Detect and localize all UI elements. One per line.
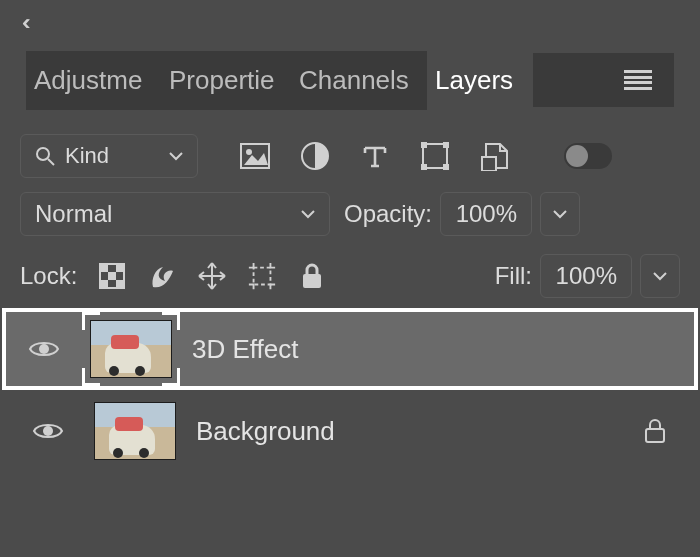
chevron-down-icon (301, 209, 315, 219)
lock-transparent-icon[interactable] (97, 261, 127, 291)
filter-shape-icon[interactable] (418, 139, 452, 173)
svg-point-0 (37, 148, 49, 160)
svg-point-19 (39, 344, 49, 354)
selection-bracket-icon (82, 368, 100, 386)
svg-rect-6 (421, 142, 427, 148)
filter-adjustment-icon[interactable] (298, 139, 332, 173)
svg-rect-21 (646, 429, 664, 442)
lock-artboard-icon[interactable] (247, 261, 277, 291)
opacity-input[interactable]: 100% (440, 192, 532, 236)
filter-row: Kind (20, 134, 680, 178)
kind-filter-select[interactable]: Kind (20, 134, 198, 178)
layer-locked-icon (644, 418, 666, 444)
panel-tab-bar: Adjustme Propertie Channels Layers (0, 0, 700, 110)
tab-properties[interactable]: Propertie (161, 51, 291, 110)
tab-layers[interactable]: Layers (427, 51, 533, 110)
svg-rect-16 (116, 280, 124, 288)
filter-type-icon[interactable] (358, 139, 392, 173)
svg-rect-15 (100, 280, 108, 288)
fill-group: Fill: 100% (495, 254, 680, 298)
svg-rect-14 (116, 264, 124, 272)
svg-rect-17 (254, 268, 271, 285)
layer-row-background[interactable]: Background (20, 390, 680, 472)
panel-menu-icon[interactable] (624, 70, 652, 90)
lock-position-icon[interactable] (197, 261, 227, 291)
filter-smartobject-icon[interactable] (478, 139, 512, 173)
eye-icon (32, 420, 64, 442)
chevron-down-icon (653, 271, 667, 281)
layer-visibility-toggle[interactable] (30, 420, 66, 442)
layer-thumbnail[interactable] (90, 320, 172, 378)
chevron-down-icon (553, 209, 567, 219)
lock-all-icon[interactable] (297, 261, 327, 291)
panel-collapse-icon[interactable]: ‹‹ (22, 10, 25, 36)
layer-row-3d-effect[interactable]: 3D Effect (2, 308, 698, 390)
layer-name-label[interactable]: Background (196, 416, 644, 447)
blend-mode-select[interactable]: Normal (20, 192, 330, 236)
svg-rect-12 (100, 264, 108, 272)
chevron-down-icon (169, 151, 183, 161)
fill-chevron[interactable] (640, 254, 680, 298)
selection-bracket-icon (82, 312, 100, 330)
opacity-group: Opacity: 100% (344, 192, 580, 236)
blend-mode-value: Normal (35, 200, 112, 228)
opacity-chevron[interactable] (540, 192, 580, 236)
tab-channels[interactable]: Channels (291, 51, 427, 110)
selection-bracket-icon (162, 312, 180, 330)
filter-toggle[interactable] (564, 143, 612, 169)
kind-filter-label: Kind (65, 143, 169, 169)
layers-panel: ‹‹ Adjustme Propertie Channels Layers Ki… (0, 0, 700, 557)
svg-rect-7 (443, 142, 449, 148)
tab-gutter (533, 53, 674, 107)
lock-image-icon[interactable] (147, 261, 177, 291)
fill-label: Fill: (495, 262, 532, 290)
tab-adjustments[interactable]: Adjustme (26, 51, 161, 110)
layer-name-label[interactable]: 3D Effect (192, 334, 670, 365)
lock-icons (97, 261, 327, 291)
svg-rect-8 (421, 164, 427, 170)
lock-row: Lock: Fill: 100% (20, 254, 680, 298)
svg-rect-10 (482, 157, 496, 171)
svg-point-3 (246, 149, 252, 155)
blend-row: Normal Opacity: 100% (20, 192, 680, 236)
layers-panel-body: Kind (0, 110, 700, 472)
svg-rect-13 (108, 272, 116, 280)
opacity-label: Opacity: (344, 200, 432, 228)
svg-rect-18 (303, 274, 321, 288)
fill-input[interactable]: 100% (540, 254, 632, 298)
svg-point-20 (43, 426, 53, 436)
layer-type-filters (238, 139, 612, 173)
lock-label: Lock: (20, 262, 77, 290)
layer-visibility-toggle[interactable] (26, 338, 62, 360)
selection-bracket-icon (162, 368, 180, 386)
svg-line-1 (48, 159, 54, 165)
eye-icon (28, 338, 60, 360)
filter-pixel-icon[interactable] (238, 139, 272, 173)
layers-list: 3D Effect Background (20, 308, 680, 472)
layer-thumbnail[interactable] (94, 402, 176, 460)
search-icon (35, 146, 55, 166)
svg-rect-9 (443, 164, 449, 170)
